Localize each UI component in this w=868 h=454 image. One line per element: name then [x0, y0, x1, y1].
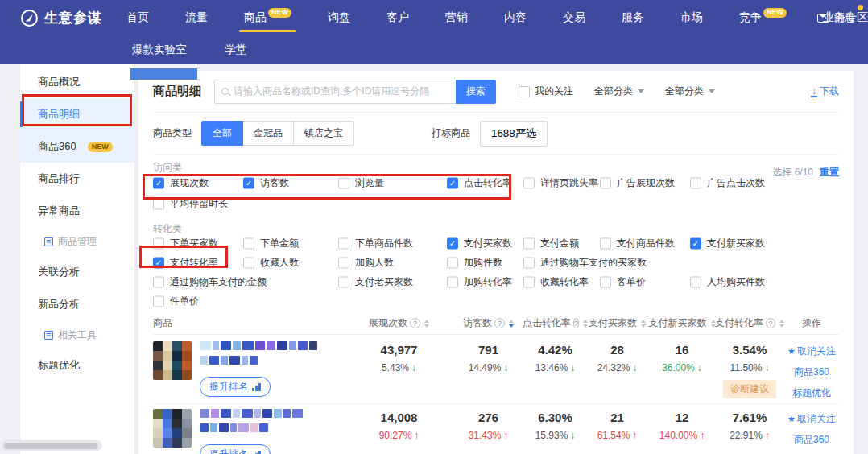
metric-checkbox-访客数[interactable]: ✓访客数 — [243, 176, 289, 190]
metric-checkbox-广告点击次数[interactable]: 广告点击次数 — [690, 176, 765, 190]
metric-checkbox-广告展现次数[interactable]: 广告展现次数 — [600, 176, 675, 190]
metric-checkbox-展现次数[interactable]: ✓展现次数 — [153, 176, 209, 190]
help-icon[interactable]: ? — [573, 318, 579, 328]
category-dropdown-2[interactable]: 全部分类 — [665, 85, 715, 98]
type-option-全部[interactable]: 全部 — [201, 121, 243, 146]
metric-label: 收藏人数 — [260, 256, 299, 270]
nav-item-市场[interactable]: 市场 — [680, 10, 703, 25]
scrollbar-thumb[interactable] — [4, 443, 97, 449]
metric-checkbox-支付商品件数[interactable]: 支付商品件数 — [600, 237, 675, 250]
action-link-取消关注[interactable]: ★取消关注 — [787, 412, 836, 426]
sidebar-item-标题优化[interactable]: 标题优化 — [20, 349, 134, 382]
column-header-支付转化率[interactable]: 支付转化率? — [715, 316, 784, 330]
nav-item-竞争[interactable]: 竞争NEW — [739, 10, 787, 25]
product-type-label: 商品类型 — [153, 126, 192, 140]
arrow-up-icon: ↑ — [503, 430, 508, 441]
sort-icon[interactable] — [424, 320, 429, 328]
nav-item-营销[interactable]: 营销 — [445, 10, 468, 25]
action-link-商品360[interactable]: 商品360 — [794, 365, 829, 379]
nav-item-服务[interactable]: 服务 — [622, 10, 644, 25]
nav-item-内容[interactable]: 内容 — [504, 10, 527, 25]
metric-checkbox-加购人数[interactable]: 加购人数 — [338, 256, 394, 270]
search-input[interactable]: 请输入商品名称或ID查询,多个ID请用逗号分隔 — [214, 80, 456, 104]
metric-checkbox-收藏转化率[interactable]: 收藏转化率 — [523, 275, 589, 289]
product-title-redacted[interactable]: 提升排名 — [200, 409, 303, 454]
sidebar-item-商品排行[interactable]: 商品排行 — [20, 163, 134, 195]
product-title-redacted[interactable]: 提升排名 — [200, 341, 317, 403]
column-header-点击转化率[interactable]: 点击转化率? — [525, 316, 585, 330]
download-button[interactable]: ↓ 下载 — [812, 85, 839, 98]
action-link-取消关注[interactable]: ★取消关注 — [787, 345, 836, 358]
help-icon[interactable]: ? — [494, 318, 505, 328]
metric-checkbox-平均停留时长[interactable]: 平均停留时长 — [153, 197, 228, 211]
metric-checkbox-下单商品件数[interactable]: 下单商品件数 — [338, 237, 413, 250]
my-follow-checkbox[interactable]: 我的关注 — [519, 85, 573, 98]
metric-checkbox-人均购买件数[interactable]: 人均购买件数 — [690, 275, 765, 289]
help-icon[interactable]: ? — [410, 318, 420, 328]
action-link-标题优化[interactable]: 标题优化 — [792, 386, 831, 400]
sidebar-item-商品明细[interactable]: 商品明细 — [20, 98, 134, 130]
messages-button[interactable]: 消息 — [817, 0, 855, 35]
sort-asc-caret — [509, 320, 514, 323]
mosaic-block — [242, 356, 248, 365]
diagnose-suggestion-badge[interactable]: 诊断建议 — [723, 380, 776, 398]
sort-icon[interactable] — [641, 320, 646, 328]
metric-checkbox-详情页跳失率[interactable]: 详情页跳失率 — [523, 176, 598, 190]
promote-rank-button[interactable]: 提升排名 — [200, 444, 271, 454]
product-thumbnail[interactable] — [153, 341, 192, 380]
nav-item-首页[interactable]: 首页 — [126, 10, 149, 25]
nav-item-询盘[interactable]: 询盘 — [328, 10, 350, 25]
product-thumbnail[interactable] — [153, 409, 192, 448]
metric-checkbox-客单价[interactable]: 客单价 — [600, 275, 646, 289]
type-option-镇店之宝[interactable]: 镇店之宝 — [293, 121, 354, 146]
metric-checkbox-浏览量[interactable]: 浏览量 — [338, 176, 384, 190]
metric-checkbox-下单买家数[interactable]: 下单买家数 — [153, 237, 218, 250]
nav-item-客户[interactable]: 客户 — [386, 10, 409, 25]
metric-checkbox-支付老买家数[interactable]: 支付老买家数 — [338, 275, 413, 289]
column-header-访客数[interactable]: 访客数? — [452, 316, 525, 330]
column-header-支付新买家数[interactable]: 支付新买家数 — [649, 316, 715, 330]
app-logo[interactable]: 生意参谋 — [21, 9, 118, 27]
checkbox-icon — [523, 257, 535, 268]
sidebar-item-关联分析[interactable]: 关联分析 — [20, 256, 134, 288]
sidebar-item-新品分析[interactable]: 新品分析 — [20, 288, 134, 320]
sidebar-item-商品概况[interactable]: 商品概况 — [20, 66, 134, 98]
action-link-商品360[interactable]: 商品360 — [794, 433, 829, 447]
sidebar-item-相关工具[interactable]: 相关工具 — [20, 320, 134, 349]
category-dropdown-1[interactable]: 全部分类 — [594, 85, 644, 98]
metric-checkbox-支付金额[interactable]: 支付金额 — [523, 237, 579, 250]
subnav-item-爆款实验室[interactable]: 爆款实验室 — [132, 43, 187, 57]
metric-checkbox-通过购物车支付的金额[interactable]: 通过购物车支付的金额 — [153, 275, 267, 289]
column-header-支付买家数[interactable]: 支付买家数 — [585, 316, 649, 330]
sidebar-item-异常商品[interactable]: 异常商品 — [20, 195, 134, 227]
product-cell: 提升排名 — [153, 341, 346, 403]
metric-checkbox-支付买家数[interactable]: ✓支付买家数 — [447, 237, 512, 250]
table-row: 提升排名14,00890.27%↑27631.43%↑6.30%15.93%↓2… — [153, 404, 839, 454]
promote-rank-button[interactable]: 提升排名 — [200, 377, 271, 397]
sidebar-item-商品360[interactable]: 商品360NEW — [20, 130, 134, 163]
column-header-展现次数[interactable]: 展现次数? — [346, 316, 452, 330]
nav-item-交易[interactable]: 交易 — [563, 10, 585, 25]
subnav-item-学堂[interactable]: 学堂 — [225, 43, 247, 57]
metric-checkbox-件单价[interactable]: 件单价 — [153, 295, 199, 308]
help-icon[interactable]: ? — [766, 318, 775, 328]
metric-checkbox-收藏人数[interactable]: 收藏人数 — [243, 256, 299, 270]
metric-checkbox-支付新买家数[interactable]: ✓支付新买家数 — [690, 237, 765, 250]
metric-checkbox-支付转化率[interactable]: ✓支付转化率 — [153, 256, 218, 270]
metric-checkbox-下单金额[interactable]: 下单金额 — [243, 237, 299, 250]
nav-item-流量[interactable]: 流量 — [185, 10, 208, 25]
reset-button[interactable]: 重置 — [820, 166, 839, 180]
metric-checkbox-加购件数[interactable]: 加购件数 — [447, 256, 502, 270]
sidebar-item-商品管理[interactable]: 商品管理 — [20, 227, 134, 256]
tag-option-1688严选[interactable]: 1688严选 — [480, 121, 548, 147]
metric-checkbox-点击转化率[interactable]: ✓点击转化率 — [447, 176, 512, 190]
search-button[interactable]: 搜索 — [456, 80, 496, 104]
metric-checkbox-加购转化率[interactable]: 加购转化率 — [447, 275, 512, 289]
nav-item-label: 首页 — [126, 10, 149, 25]
metric-checkbox-通过购物车支付的买家数[interactable]: 通过购物车支付的买家数 — [523, 256, 647, 270]
type-option-金冠品[interactable]: 金冠品 — [242, 121, 294, 146]
checkbox-icon — [338, 177, 349, 188]
nav-item-商品[interactable]: 商品NEW — [244, 10, 291, 25]
metric-label: 支付买家数 — [464, 237, 512, 250]
sort-icon[interactable] — [509, 320, 514, 328]
